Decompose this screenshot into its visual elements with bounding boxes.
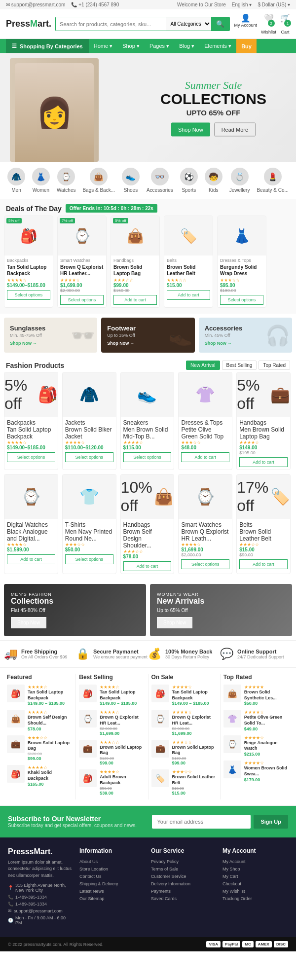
fashion-product-6: ⌚ Digital Watches Black Analogue and Dig… xyxy=(4,474,58,574)
fp2-btn[interactable]: Select options xyxy=(65,452,113,462)
footer-link-delivery[interactable]: Delivery Information xyxy=(151,881,217,886)
deals-section: Deals of The Day Offer Ends in: 10:5d : … xyxy=(0,199,296,314)
footer-hours: 🕐 Mon - Fri / 9:00 AM - 6:00 PM xyxy=(8,915,74,925)
list-item: 🎒 ★★★★☆ Tan Solid Laptop Backpack $149.0… xyxy=(79,685,145,706)
footer-account-col: My Account My Account My Shop My Cart Ch… xyxy=(222,847,288,928)
tab-best-selling[interactable]: Best Selling xyxy=(222,361,257,370)
fp9-btn[interactable]: Select options xyxy=(181,559,229,569)
cat-jewellery[interactable]: 💍 Jewellery xyxy=(229,168,250,193)
womens-shop-btn[interactable]: Shop Now xyxy=(157,617,192,628)
bl-img: 🎒 xyxy=(79,769,97,787)
cart-icon[interactable]: 🛒1 Cart xyxy=(280,13,290,35)
prod-btn-3[interactable]: Add to cart xyxy=(113,295,157,305)
fp5-badge: 5% off xyxy=(237,376,270,413)
currency-select[interactable]: $ Dollar (US) ▾ xyxy=(258,2,290,7)
deal-badge-2: 7% off xyxy=(60,218,75,223)
fp5-btn[interactable]: Add to cart xyxy=(239,457,288,467)
shop-now-button[interactable]: Shop Now xyxy=(171,123,210,137)
language-select[interactable]: English ▾ xyxy=(232,2,252,7)
fp5-info: Handbags Men Brown Solid Laptop Bag ★★★★… xyxy=(237,417,290,470)
fp4-btn[interactable]: Add to cart xyxy=(181,452,229,462)
cat-kids[interactable]: 🧒 Kids xyxy=(205,168,222,193)
fp1-image: 5% off🎒 xyxy=(4,372,58,417)
footer-link-my-cart[interactable]: My Cart xyxy=(222,874,288,879)
footer-link-terms[interactable]: Terms of Sale xyxy=(151,867,217,871)
footer-link-my-shop[interactable]: My Shop xyxy=(222,867,288,871)
fp8-btn[interactable]: Add to cart xyxy=(123,561,172,571)
prod-price: $95.00 xyxy=(220,283,263,288)
prod-btn-1[interactable]: Select options xyxy=(7,290,50,300)
wishlist-icon[interactable]: 🤍2 Wishlist xyxy=(261,13,276,35)
newsletter-signup-button[interactable]: Sign Up xyxy=(254,815,288,829)
footer-link-customer[interactable]: Customer Service xyxy=(151,874,217,879)
cat-shoes[interactable]: 👟 Shoes xyxy=(122,168,140,193)
footer-link-my-account[interactable]: My Account xyxy=(222,859,288,864)
cat-beauty[interactable]: 💄 Beauty & Co... xyxy=(257,168,288,193)
fp6-btn[interactable]: Add to cart xyxy=(7,554,55,564)
nav-elements[interactable]: Elements ▾ xyxy=(199,39,236,53)
fp1-btn[interactable]: Select options xyxy=(7,452,55,462)
sunglasses-banner: Sunglasses Min. 45-75% Off Shop Now → 🕶️ xyxy=(4,318,97,353)
mens-shop-btn[interactable]: Shop Now xyxy=(11,617,46,628)
cat-women[interactable]: 👗 Women xyxy=(32,168,50,193)
list-item: 👗 ★★★★☆ Women Brown Solid Swea... $179.0… xyxy=(223,761,289,782)
info-shipping: 🚚 Free Shipping On All Orders Over $99 xyxy=(4,648,76,660)
footer-link-privacy[interactable]: Privacy Policy xyxy=(151,859,217,864)
footer-link-tracking[interactable]: Tracking Order xyxy=(222,896,288,901)
category-select[interactable]: All Categories xyxy=(166,17,211,31)
nav-blog[interactable]: Blog ▾ xyxy=(174,39,199,53)
footer-link-about[interactable]: About Us xyxy=(79,859,145,864)
nav-pages[interactable]: Pages ▾ xyxy=(145,39,174,53)
info-moneyback: 💰 100% Money Back 30 Days Return Policy xyxy=(148,648,220,660)
list-item: 🎒 ★★★★☆ Tan Solid Laptop Backpack $149.0… xyxy=(7,685,73,706)
newsletter-text: Subscribe to Our Newsletter Subscribe to… xyxy=(8,815,137,828)
nav-buy[interactable]: Buy xyxy=(236,39,257,53)
tab-top-rated[interactable]: Top Rated xyxy=(259,361,290,370)
fp8-image: 10% off👜 xyxy=(121,474,174,519)
cat-watches[interactable]: ⌚ Watches xyxy=(57,168,76,193)
footer-link-contact[interactable]: Contact Us xyxy=(79,874,145,879)
bl-img: 👜 xyxy=(223,685,241,702)
search-button[interactable]: 🔍 xyxy=(211,17,229,31)
fp7-image: 👕 xyxy=(63,474,116,519)
mens-label: Men's Fashion xyxy=(11,592,139,597)
my-account-icon[interactable]: 👤 My Account xyxy=(234,13,257,35)
fp10-btn[interactable]: Add to cart xyxy=(239,559,288,569)
logo[interactable]: PressMart. xyxy=(6,19,51,29)
hero-content: Summer Sale COLLECTIONS UPTO 65% OFF Sho… xyxy=(160,79,266,137)
deal-product-1: 5% off🎒 Backpacks Tan Solid Laptop Backp… xyxy=(4,216,53,308)
prod-btn-4[interactable]: Add to cart xyxy=(167,290,210,300)
newsletter-email-input[interactable] xyxy=(152,815,251,829)
footer-link-news[interactable]: Latest News xyxy=(79,889,145,894)
footer-link-sitemap[interactable]: Our Sitemap xyxy=(79,896,145,901)
mens-sub: Flat 45-80% Off xyxy=(11,608,139,613)
search-input[interactable] xyxy=(56,17,166,31)
tab-new-arrival[interactable]: New Arrival xyxy=(186,361,220,370)
footer-link-wishlist[interactable]: My Wishlist xyxy=(222,889,288,894)
prod-btn-5[interactable]: Select options xyxy=(220,295,263,305)
nav-shop[interactable]: Shop ▾ xyxy=(117,39,145,53)
nav-home[interactable]: Home ▾ xyxy=(89,39,117,53)
footer-link-shipping[interactable]: Shipping & Delivery xyxy=(79,881,145,886)
prod-stars: ★★★☆☆ xyxy=(113,278,157,283)
read-more-button[interactable]: Read More xyxy=(214,123,256,137)
cat-accessories[interactable]: 👓 Accessories xyxy=(147,168,173,193)
cat-sports[interactable]: ⚽ Sports xyxy=(180,168,198,193)
fp7-btn[interactable]: Select options xyxy=(65,554,113,564)
cat-bags[interactable]: 👜 Bags & Back... xyxy=(82,168,115,193)
footer-link-checkout[interactable]: Checkout xyxy=(222,881,288,886)
footer-link-cards[interactable]: Saved Cards xyxy=(151,896,217,901)
prod-name: Brown Solid Leather Belt xyxy=(167,264,210,277)
newsletter-form: Sign Up xyxy=(143,815,288,829)
prod-btn-2[interactable]: Select options xyxy=(60,295,104,305)
deal-product-2: 7% off⌚ Smart Watches Brown Q Explorist … xyxy=(57,216,107,308)
footer-phone2: 📞 1-489-395-1334 xyxy=(8,902,74,907)
cat-men[interactable]: 🧥 Men xyxy=(7,168,25,193)
welcome-text: Welcome to Our Store xyxy=(177,2,226,7)
fp3-btn[interactable]: Select options xyxy=(123,452,172,462)
footer-link-store[interactable]: Store Location xyxy=(79,867,145,871)
fp10-info: Belts Brown Solid Leather Belt ★★★☆☆ $15… xyxy=(237,519,290,572)
footer-link-payments[interactable]: Payments xyxy=(151,889,217,894)
deal-product-3: 5% off👜 Handbags Brown Solid Laptop Bag … xyxy=(111,216,160,308)
categories-button[interactable]: ☰ Shopping By Categories xyxy=(6,39,89,53)
